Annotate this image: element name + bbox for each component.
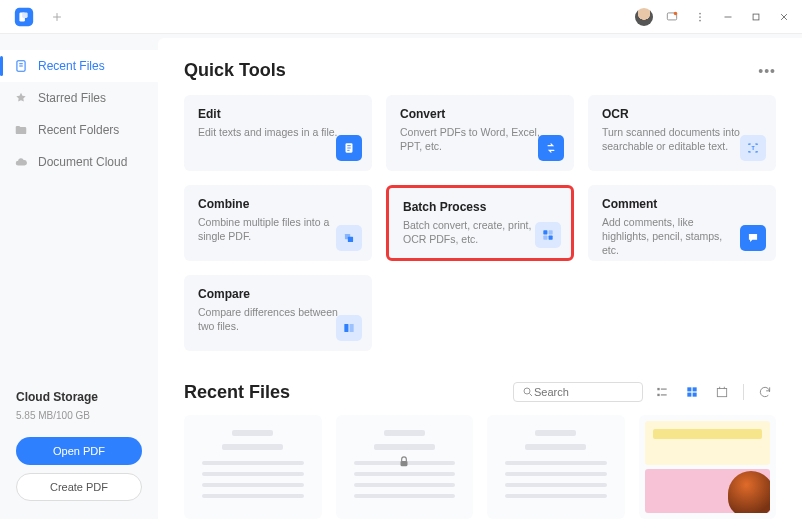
- tool-title: Combine: [198, 197, 358, 211]
- sidebar-item-recent-folders[interactable]: Recent Folders: [0, 114, 158, 146]
- svg-rect-30: [401, 461, 408, 466]
- svg-rect-28: [693, 393, 697, 397]
- star-icon: [14, 91, 28, 105]
- compare-icon: [336, 315, 362, 341]
- sidebar-item-label: Starred Files: [38, 91, 106, 105]
- kebab-menu-icon[interactable]: [686, 3, 714, 31]
- svg-rect-16: [543, 236, 547, 240]
- tool-desc: Convert PDFs to Word, Excel, PPT, etc.: [400, 125, 540, 153]
- batch-icon: [535, 222, 561, 248]
- cloud-storage-title: Cloud Storage: [16, 390, 142, 404]
- svg-rect-13: [348, 237, 353, 242]
- svg-rect-14: [543, 230, 547, 234]
- svg-rect-18: [344, 324, 348, 332]
- cloud-icon: [14, 155, 28, 169]
- tool-title: Batch Process: [403, 200, 557, 214]
- titlebar: [0, 0, 802, 34]
- create-pdf-button[interactable]: Create PDF: [16, 473, 142, 501]
- tool-title: Comment: [602, 197, 762, 211]
- quick-tools-header: Quick Tools •••: [184, 60, 776, 81]
- svg-rect-17: [549, 236, 553, 240]
- search-input[interactable]: [534, 386, 624, 398]
- sidebar-item-recent-files[interactable]: Recent Files: [0, 50, 158, 82]
- recent-files-grid: [184, 415, 776, 519]
- quick-tools-more-icon[interactable]: •••: [758, 63, 776, 79]
- convert-icon: [538, 135, 564, 161]
- sidebar-item-label: Recent Files: [38, 59, 105, 73]
- recent-icon: [14, 59, 28, 73]
- lock-icon: [397, 454, 411, 471]
- view-list-icon[interactable]: [651, 381, 673, 403]
- tool-combine[interactable]: Combine Combine multiple files into a si…: [184, 185, 372, 261]
- svg-rect-22: [661, 389, 667, 390]
- view-grid-icon[interactable]: [681, 381, 703, 403]
- file-thumbnail[interactable]: [184, 415, 322, 519]
- svg-rect-19: [350, 324, 354, 332]
- svg-rect-23: [657, 394, 659, 396]
- ocr-icon: T: [740, 135, 766, 161]
- svg-point-20: [524, 388, 530, 394]
- sidebar-item-label: Recent Folders: [38, 123, 119, 137]
- file-thumbnail[interactable]: [487, 415, 625, 519]
- sidebar: Recent Files Starred Files Recent Folder…: [0, 34, 158, 519]
- recent-files-title: Recent Files: [184, 382, 505, 403]
- combine-icon: [336, 225, 362, 251]
- tool-ocr[interactable]: OCR Turn scanned documents into searchab…: [588, 95, 776, 171]
- account-avatar[interactable]: [630, 3, 658, 31]
- tool-title: Edit: [198, 107, 358, 121]
- sidebar-nav: Recent Files Starred Files Recent Folder…: [0, 50, 158, 178]
- svg-point-4: [674, 11, 678, 15]
- content-panel: Quick Tools ••• Edit Edit texts and imag…: [158, 38, 802, 519]
- tool-edit[interactable]: Edit Edit texts and images in a file.: [184, 95, 372, 171]
- refresh-icon[interactable]: [754, 381, 776, 403]
- file-thumbnail-preview[interactable]: [639, 415, 777, 519]
- sidebar-item-document-cloud[interactable]: Document Cloud: [0, 146, 158, 178]
- folder-icon: [14, 123, 28, 137]
- svg-rect-8: [753, 14, 759, 20]
- tool-comment[interactable]: Comment Add comments, like highlights, p…: [588, 185, 776, 261]
- agreements-icon[interactable]: [711, 381, 733, 403]
- tool-title: OCR: [602, 107, 762, 121]
- search-icon: [522, 386, 534, 398]
- svg-rect-26: [693, 387, 697, 391]
- app-window: Recent Files Starred Files Recent Folder…: [0, 0, 802, 519]
- tool-desc: Compare differences between two files.: [198, 305, 338, 333]
- notification-icon[interactable]: [658, 3, 686, 31]
- svg-point-7: [699, 19, 701, 21]
- svg-rect-2: [22, 12, 28, 18]
- cloud-storage-usage: 5.85 MB/100 GB: [16, 410, 142, 421]
- window-close-button[interactable]: [770, 3, 798, 31]
- svg-point-5: [699, 12, 701, 14]
- app-logo: [10, 3, 38, 31]
- tool-desc: Combine multiple files into a single PDF…: [198, 215, 338, 243]
- sidebar-footer: Cloud Storage 5.85 MB/100 GB Open PDF Cr…: [0, 374, 158, 519]
- tool-compare[interactable]: Compare Compare differences between two …: [184, 275, 372, 351]
- svg-text:T: T: [751, 145, 755, 151]
- svg-rect-25: [687, 387, 691, 391]
- open-pdf-button[interactable]: Open PDF: [16, 437, 142, 465]
- file-thumbnail-locked[interactable]: [336, 415, 474, 519]
- svg-rect-15: [549, 230, 553, 234]
- tool-convert[interactable]: Convert Convert PDFs to Word, Excel, PPT…: [386, 95, 574, 171]
- sidebar-item-label: Document Cloud: [38, 155, 127, 169]
- window-maximize-button[interactable]: [742, 3, 770, 31]
- tool-desc: Add comments, like highlights, pencil, s…: [602, 215, 742, 258]
- window-minimize-button[interactable]: [714, 3, 742, 31]
- tool-title: Compare: [198, 287, 358, 301]
- main-area: Recent Files Starred Files Recent Folder…: [0, 34, 802, 519]
- new-tab-button[interactable]: [44, 4, 70, 30]
- quick-tools-grid: Edit Edit texts and images in a file. Co…: [184, 95, 776, 351]
- tool-desc: Turn scanned documents into searchable o…: [602, 125, 742, 153]
- quick-tools-title: Quick Tools: [184, 60, 758, 81]
- tool-title: Convert: [400, 107, 560, 121]
- tool-desc: Edit texts and images in a file.: [198, 125, 338, 139]
- search-box[interactable]: [513, 382, 643, 402]
- comment-icon: [740, 225, 766, 251]
- edit-icon: [336, 135, 362, 161]
- tool-batch-process[interactable]: Batch Process Batch convert, create, pri…: [386, 185, 574, 261]
- svg-point-6: [699, 16, 701, 18]
- tool-desc: Batch convert, create, print, OCR PDFs, …: [403, 218, 543, 246]
- svg-rect-29: [717, 389, 726, 397]
- sidebar-item-starred-files[interactable]: Starred Files: [0, 82, 158, 114]
- recent-files-header: Recent Files: [184, 381, 776, 403]
